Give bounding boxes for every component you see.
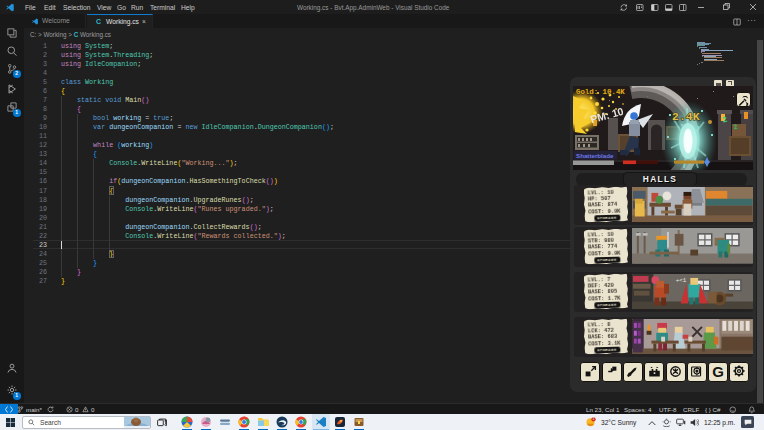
svg-text:2.4K: 2.4K: [672, 110, 700, 123]
svg-text:Shatterblade: Shatterblade: [576, 152, 614, 159]
svg-text:1: 1: [593, 417, 595, 421]
svg-text:+<1: +<1: [675, 277, 686, 284]
svg-text:Gold: 10.4K: Gold: 10.4K: [576, 88, 625, 96]
